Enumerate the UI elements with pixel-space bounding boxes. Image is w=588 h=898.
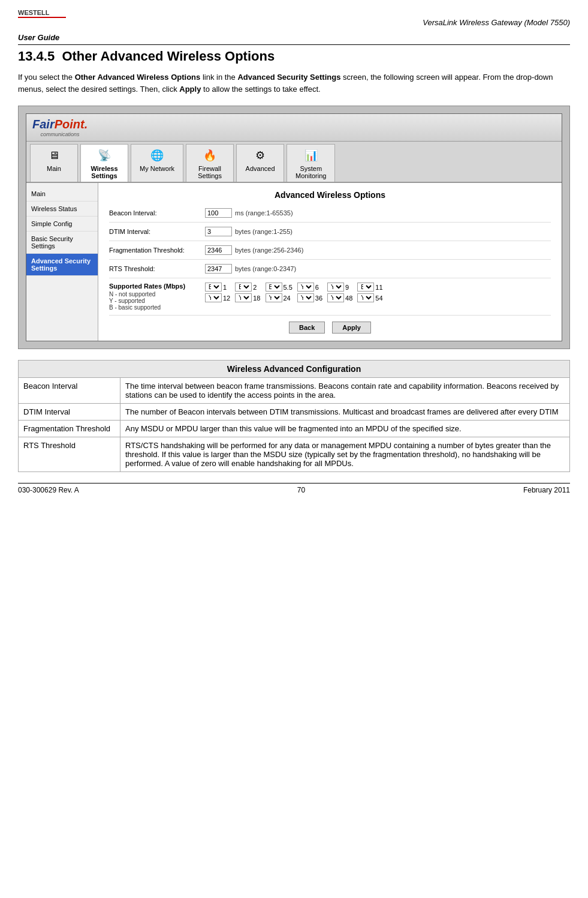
rate-54-select[interactable]: YBN [357, 293, 374, 302]
term-frag: Fragmentation Threshold [19, 421, 120, 437]
rate-1-select[interactable]: BYN [205, 283, 222, 292]
beacon-interval-hint: ms (range:1-65535) [235, 209, 293, 217]
rate-11-select[interactable]: BYN [357, 283, 374, 292]
sidebar-item-advanced-security[interactable]: Advanced Security Settings [26, 254, 98, 276]
table-row: DTIM Interval The number of Beacon inter… [19, 404, 570, 421]
rate-2: BYN 2 [235, 283, 260, 292]
rate-2-select[interactable]: BYN [235, 283, 252, 292]
svg-text:WESTELL: WESTELL [18, 9, 50, 16]
section-title: 13.4.5 Other Advanced Wireless Options [18, 49, 570, 64]
frag-threshold-row: Fragmentation Threshold: bytes (range:25… [109, 245, 551, 260]
back-button[interactable]: Back [289, 322, 325, 334]
rate-5-5-select[interactable]: BYN [266, 283, 282, 292]
rate-12-select[interactable]: YBN [205, 293, 222, 302]
doc-type: User Guide [18, 33, 78, 42]
firewall-icon: 🔥 [200, 147, 219, 164]
term-beacon: Beacon Interval [19, 378, 120, 404]
dtim-interval-input[interactable] [205, 227, 232, 236]
button-row: Back Apply [109, 322, 551, 334]
beacon-interval-row: Beacon Interval: ms (range:1-65535) [109, 208, 551, 223]
nav-main[interactable]: 🖥 Main [30, 144, 78, 182]
westell-logo: WESTELL [18, 6, 78, 30]
rate-6-select[interactable]: YBN [297, 283, 314, 292]
supported-rates-row: Supported Rates (Mbps) N - not supported… [109, 283, 551, 316]
frag-threshold-label: Fragmentation Threshold: [109, 247, 205, 254]
rate-11: BYN 11 [357, 283, 382, 292]
table-row: Beacon Interval The time interval betwee… [19, 378, 570, 404]
term-rts: RTS Threshold [19, 437, 120, 472]
rate-36: YBN 36 [297, 293, 322, 302]
router-body: Main Wireless Status Simple Config Basic… [26, 183, 562, 341]
desc-dtim: The number of Beacon intervals between D… [120, 404, 570, 421]
term-dtim: DTIM Interval [19, 404, 120, 421]
router-nav: 🖥 Main 📡 WirelessSettings 🌐 My Network 🔥… [26, 142, 562, 183]
content-title: Advanced Wireless Options [109, 190, 551, 200]
nav-firewall-settings[interactable]: 🔥 FirewallSettings [186, 144, 234, 182]
rts-threshold-input[interactable] [205, 264, 232, 274]
rate-36-select[interactable]: YBN [297, 293, 314, 302]
page-footer: 030-300629 Rev. A 70 February 2011 [18, 483, 570, 494]
rates-label: Supported Rates (Mbps) N - not supported… [109, 283, 205, 311]
fairpoint-logo: FairPoint. communications [32, 118, 88, 137]
footer-left: 030-300629 Rev. A [18, 486, 79, 494]
footer-center: 70 [297, 486, 305, 494]
desc-rts: RTS/CTS handshaking will be performed fo… [120, 437, 570, 472]
rate-48-select[interactable]: YBN [327, 293, 344, 302]
sidebar-item-main[interactable]: Main [26, 187, 98, 202]
nav-system-monitoring[interactable]: 📊 SystemMonitoring [287, 144, 335, 182]
rts-threshold-row: RTS Threshold: bytes (range:0-2347) [109, 264, 551, 278]
svg-rect-1 [18, 17, 66, 18]
router-main-content: Advanced Wireless Options Beacon Interva… [98, 183, 562, 341]
nav-wireless-settings[interactable]: 📡 WirelessSettings [80, 144, 128, 182]
beacon-interval-input[interactable] [205, 208, 232, 218]
frag-threshold-hint: bytes (range:256-2346) [235, 247, 303, 254]
rate-18-select[interactable]: YBN [235, 293, 252, 302]
router-ui: FairPoint. communications 🖥 Main 📡 Wirel… [26, 113, 562, 341]
rts-threshold-label: RTS Threshold: [109, 265, 205, 272]
beacon-interval-label: Beacon Interval: [109, 209, 205, 217]
advanced-icon: ⚙ [251, 147, 270, 164]
monitoring-icon: 📊 [301, 147, 321, 164]
table-row: Fragmentation Threshold Any MSDU or MPDU… [19, 421, 570, 437]
desc-frag: Any MSDU or MPDU larger than this value … [120, 421, 570, 437]
footer-right: February 2011 [523, 486, 570, 494]
rate-48: YBN 48 [327, 293, 352, 302]
info-table: Wireless Advanced Configuration Beacon I… [18, 360, 570, 472]
rate-6: YBN 6 [297, 283, 322, 292]
sidebar: Main Wireless Status Simple Config Basic… [26, 183, 98, 341]
table-row: RTS Threshold RTS/CTS handshaking will b… [19, 437, 570, 472]
nav-advanced[interactable]: ⚙ Advanced [236, 144, 284, 182]
rate-1: BYN 1 [205, 283, 230, 292]
dtim-interval-row: DTIM Interval: bytes (range:1-255) [109, 227, 551, 241]
dtim-interval-label: DTIM Interval: [109, 228, 205, 235]
product-title: VersaLink Wireless Gateway (Model 7550) [423, 6, 570, 27]
frag-threshold-input[interactable] [205, 245, 232, 255]
sidebar-item-basic-security[interactable]: Basic Security Settings [26, 232, 98, 254]
rate-24-select[interactable]: YBN [266, 293, 282, 302]
rate-18: YBN 18 [235, 293, 260, 302]
rates-grid: BYN 1 BYN 2 BYN 5.5 [205, 283, 383, 302]
intro-paragraph: If you select the Other Advanced Wireles… [18, 71, 570, 95]
table-title: Wireless Advanced Configuration [19, 361, 570, 378]
nav-my-network[interactable]: 🌐 My Network [131, 144, 183, 182]
rts-threshold-hint: bytes (range:0-2347) [235, 265, 296, 272]
network-icon: 🌐 [147, 147, 167, 164]
rate-54: YBN 54 [357, 293, 382, 302]
apply-button[interactable]: Apply [332, 322, 371, 334]
dtim-interval-hint: bytes (range:1-255) [235, 228, 293, 235]
screenshot-container: FairPoint. communications 🖥 Main 📡 Wirel… [18, 106, 570, 349]
rate-9: YBN 9 [327, 283, 352, 292]
rate-5-5: BYN 5.5 [266, 283, 293, 292]
rate-12: YBN 12 [205, 293, 230, 302]
rate-9-select[interactable]: YBN [327, 283, 344, 292]
sidebar-item-simple-config[interactable]: Simple Config [26, 217, 98, 232]
sidebar-item-wireless-status[interactable]: Wireless Status [26, 202, 98, 217]
rate-24: YBN 24 [266, 293, 293, 302]
main-icon: 🖥 [44, 147, 64, 164]
desc-beacon: The time interval between beacon frame t… [120, 378, 570, 404]
router-header: FairPoint. communications [26, 114, 562, 142]
wireless-icon: 📡 [95, 147, 114, 164]
